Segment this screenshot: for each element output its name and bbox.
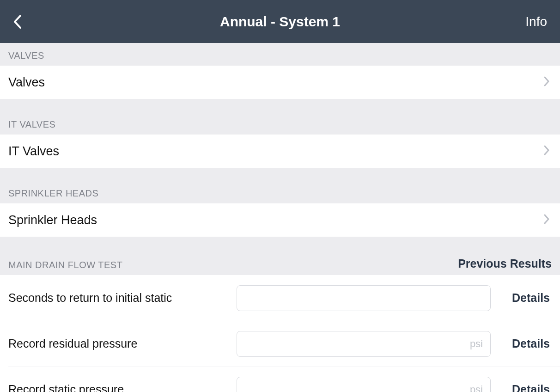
section-label: MAIN DRAIN FLOW TEST	[8, 260, 122, 270]
details-link[interactable]: Details	[512, 337, 552, 350]
form-row-static-pressure: Record static pressure Details	[0, 367, 560, 392]
header-bar: Annual - System 1 Info	[0, 0, 560, 43]
residual-pressure-input[interactable]	[237, 331, 491, 357]
field-label: Record residual pressure	[8, 337, 225, 350]
field-label: Record static pressure	[8, 383, 225, 392]
section-header-sprinkler-heads: SPRINKLER HEADS	[0, 168, 560, 203]
nav-row-label: Valves	[8, 75, 45, 90]
nav-row-it-valves[interactable]: IT Valves	[0, 135, 560, 168]
chevron-left-icon	[13, 14, 22, 30]
back-button[interactable]	[8, 12, 27, 31]
chevron-right-icon	[543, 76, 550, 89]
previous-results-link[interactable]: Previous Results	[458, 257, 552, 270]
field-label: Seconds to return to initial static	[8, 291, 225, 305]
info-button[interactable]: Info	[525, 14, 547, 29]
static-pressure-input[interactable]	[237, 377, 491, 392]
nav-row-label: Sprinkler Heads	[8, 213, 97, 227]
field-input-wrap	[237, 377, 501, 392]
nav-row-valves[interactable]: Valves	[0, 66, 560, 99]
details-link[interactable]: Details	[512, 291, 552, 305]
form-row-residual-pressure: Record residual pressure Details	[0, 321, 560, 367]
details-link[interactable]: Details	[512, 383, 552, 392]
section-label: SPRINKLER HEADS	[8, 188, 98, 199]
section-label: IT VALVES	[8, 119, 55, 130]
section-header-valves: VALVES	[0, 43, 560, 66]
page-title: Annual - System 1	[220, 14, 340, 30]
form-row-seconds-return: Seconds to return to initial static Deta…	[0, 275, 560, 321]
field-input-wrap	[237, 285, 501, 311]
nav-row-label: IT Valves	[8, 144, 59, 159]
seconds-return-input[interactable]	[237, 285, 491, 311]
section-header-it-valves: IT VALVES	[0, 99, 560, 135]
section-header-main-drain: MAIN DRAIN FLOW TEST Previous Results	[0, 237, 560, 275]
field-input-wrap	[237, 331, 501, 357]
chevron-right-icon	[543, 145, 550, 158]
nav-row-sprinkler-heads[interactable]: Sprinkler Heads	[0, 203, 560, 237]
section-label: VALVES	[8, 50, 44, 61]
form-rows-main-drain: Seconds to return to initial static Deta…	[0, 275, 560, 392]
chevron-right-icon	[543, 214, 550, 227]
